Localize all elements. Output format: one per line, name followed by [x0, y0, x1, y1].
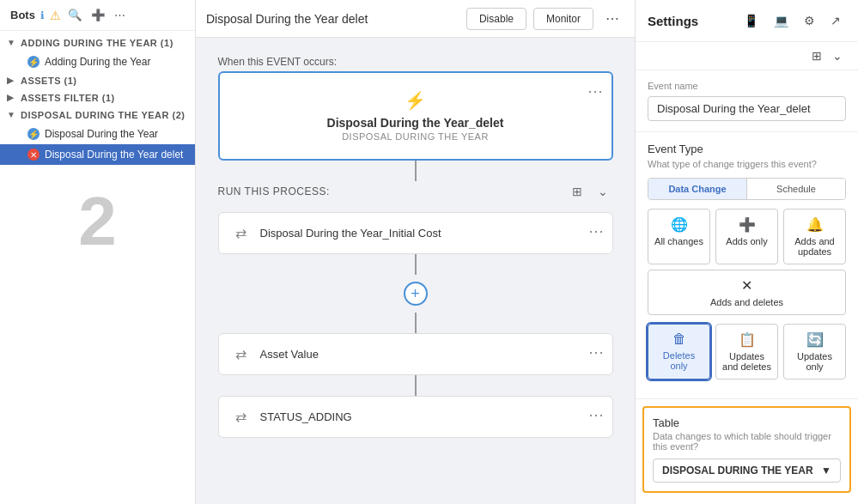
- adds-updates-icon: 🔔: [789, 216, 840, 233]
- sidebar-item-disposal2[interactable]: ✕ Disposal During the Year delet: [0, 144, 195, 165]
- card3-title: STATUS_ADDING: [260, 410, 352, 423]
- all-changes-icon: 🌐: [654, 216, 704, 233]
- type-all-changes[interactable]: 🌐 All changes: [648, 209, 710, 264]
- event-card-title: Disposal During the Year_delet: [327, 116, 504, 130]
- deletes-only-icon: 🗑: [654, 331, 704, 347]
- deletes-only-label: Deletes only: [654, 350, 704, 371]
- card3-menu-icon[interactable]: ⋯: [588, 405, 604, 424]
- panel-settings-icon[interactable]: ⚙: [799, 10, 820, 31]
- connector-1: [415, 161, 417, 181]
- add-bot-button[interactable]: ➕: [89, 7, 107, 23]
- sidebar-item-adding[interactable]: ⚡ Adding During the Year: [0, 52, 195, 72]
- settings-collapse-icon[interactable]: ⊞: [806, 46, 827, 66]
- type-grid-2: 🗑 Deletes only 📋 Updates and deletes 🔄 U…: [648, 324, 846, 380]
- event-type-section: Event Type What type of change triggers …: [636, 132, 858, 399]
- event-type-toggle: Data Change Schedule: [648, 178, 846, 200]
- adds-only-label: Adds only: [721, 236, 772, 246]
- connector-4: [415, 375, 417, 396]
- event-type-label: Event Type: [648, 143, 846, 155]
- toggle-schedule[interactable]: Schedule: [747, 179, 845, 199]
- sidebar-item-disposal1[interactable]: ⚡ Disposal During the Year: [0, 124, 195, 144]
- right-panel-header: Settings 📱 💻 ⚙ ↗: [636, 0, 858, 42]
- sidebar-item-adding-label: Adding During the Year: [45, 56, 150, 68]
- group-disposal-label: DISPOSAL DURING THE YEAR (2): [21, 110, 185, 120]
- condition-section: Condition Optional condition that is che…: [636, 500, 858, 504]
- connector-2: [415, 254, 417, 275]
- panel-phone-icon[interactable]: 📱: [739, 10, 764, 31]
- adds-deletes-label: Adds and deletes: [654, 297, 840, 307]
- group-adding-label: ADDING DURING THE YEAR (1): [21, 38, 173, 48]
- table-value: DISPOSAL DURING THE YEAR: [662, 465, 813, 477]
- card3-icon: ⇄: [233, 409, 250, 425]
- chevron-adding-icon: [7, 38, 17, 48]
- event-card-subtitle: DISPOSAL DURING THE YEAR: [342, 131, 489, 142]
- table-section: Table Data changes to which table should…: [642, 406, 851, 493]
- settings-down-icon[interactable]: ⌄: [827, 46, 848, 66]
- type-updates-deletes[interactable]: 📋 Updates and deletes: [715, 324, 778, 380]
- group-adding[interactable]: ADDING DURING THE YEAR (1): [0, 34, 195, 52]
- all-changes-label: All changes: [654, 236, 704, 246]
- event-name-input[interactable]: [648, 96, 846, 121]
- card1-icon: ⇄: [233, 225, 250, 241]
- process-select-icon[interactable]: ⊞: [567, 181, 587, 202]
- type-updates-only[interactable]: 🔄 Updates only: [783, 324, 846, 380]
- monitor-button[interactable]: Monitor: [533, 8, 593, 30]
- updates-deletes-label: Updates and deletes: [721, 351, 772, 372]
- disable-button[interactable]: Disable: [466, 8, 526, 30]
- sidebar-header: Bots ℹ ⚠ 🔍 ➕ ⋯: [0, 0, 195, 31]
- card2-menu-icon[interactable]: ⋯: [588, 343, 604, 361]
- event-card[interactable]: ⋯ ⚡ Disposal During the Year_delet DISPO…: [218, 71, 613, 161]
- event-occurs-label: When this EVENT occurs:: [218, 56, 338, 68]
- type-grid: 🌐 All changes ➕ Adds only 🔔 Adds and upd…: [648, 209, 846, 315]
- process-expand-icon[interactable]: ⌄: [593, 181, 613, 202]
- canvas-card-1[interactable]: ⇄ Disposal During the Year_Initial Cost …: [218, 212, 613, 254]
- panel-external-icon[interactable]: ↗: [825, 10, 846, 31]
- tree-section: ADDING DURING THE YEAR (1) ⚡ Adding Duri…: [0, 31, 195, 282]
- event-card-menu-icon[interactable]: ⋯: [587, 82, 603, 100]
- event-type-desc: What type of change triggers this event?: [648, 159, 846, 169]
- topbar: Disposal During the Year delet Disable M…: [196, 0, 635, 38]
- group-assets-filter[interactable]: ASSETS FILTER (1): [0, 89, 195, 106]
- group-assets-filter-label: ASSETS FILTER (1): [21, 93, 115, 103]
- connector-3: [415, 313, 417, 333]
- panel-tablet-icon[interactable]: 💻: [769, 10, 794, 31]
- toggle-data-change[interactable]: Data Change: [648, 179, 747, 199]
- event-label-text: When this EVENT occurs:: [218, 55, 613, 68]
- card1-menu-icon[interactable]: ⋯: [588, 222, 604, 240]
- table-select[interactable]: DISPOSAL DURING THE YEAR ▼: [653, 458, 841, 483]
- group-assets-label: ASSETS (1): [21, 76, 77, 86]
- group-disposal[interactable]: DISPOSAL DURING THE YEAR (2): [0, 106, 195, 124]
- canvas-card-3[interactable]: ⇄ STATUS_ADDING ⋯: [218, 396, 613, 438]
- sidebar-item-disposal2-label: Disposal During the Year delet: [45, 149, 183, 161]
- card1-title: Disposal During the Year_Initial Cost: [260, 227, 441, 240]
- settings-title: Settings: [648, 14, 698, 28]
- sidebar-title: Bots: [10, 9, 35, 21]
- big-number-display: 2: [0, 165, 195, 278]
- more-options-button[interactable]: ⋯: [113, 7, 127, 23]
- group-assets[interactable]: ASSETS (1): [0, 72, 195, 89]
- event-icon: ⚡: [405, 90, 426, 111]
- sidebar-item-disposal1-label: Disposal During the Year: [45, 128, 158, 140]
- type-adds-deletes[interactable]: ✕ Adds and deletes: [648, 270, 846, 315]
- canvas-card-2[interactable]: ⇄ Asset Value ⋯: [218, 333, 613, 375]
- event-name-label: Event name: [648, 81, 846, 91]
- topbar-more-button[interactable]: ⋯: [600, 7, 624, 30]
- table-label: Table: [653, 416, 841, 429]
- canvas-area: When this EVENT occurs: ⋯ ⚡ Disposal Dur…: [196, 38, 635, 504]
- event-name-section: Event name: [636, 70, 858, 132]
- adds-updates-label: Adds and updates: [789, 236, 840, 257]
- type-adds-updates[interactable]: 🔔 Adds and updates: [783, 209, 846, 264]
- settings-bar: ⊞ ⌄: [636, 42, 858, 70]
- process-right: ⊞ ⌄: [567, 181, 613, 202]
- updates-only-icon: 🔄: [789, 331, 840, 348]
- right-panel: Settings 📱 💻 ⚙ ↗ ⊞ ⌄ Event name Event Ty…: [635, 0, 858, 504]
- chevron-assets-icon: [7, 76, 17, 86]
- process-label: Run this PROCESS:: [218, 185, 330, 197]
- search-button[interactable]: 🔍: [66, 7, 84, 23]
- type-adds-only[interactable]: ➕ Adds only: [715, 209, 778, 264]
- add-step-button[interactable]: +: [404, 282, 428, 306]
- chevron-assets-filter-icon: [7, 93, 17, 103]
- type-deletes-only[interactable]: 🗑 Deletes only: [648, 324, 710, 380]
- adds-deletes-icon: ✕: [654, 277, 840, 294]
- info-icon: ℹ: [40, 9, 45, 21]
